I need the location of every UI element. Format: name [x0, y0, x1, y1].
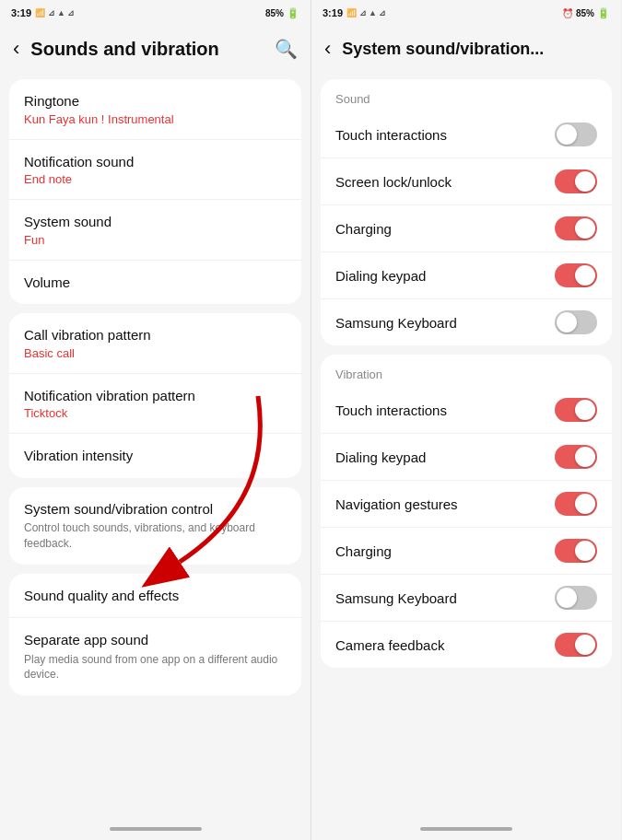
vib-camera-knob: [575, 635, 595, 655]
right-sound-charging[interactable]: Charging: [321, 205, 612, 252]
ringtone-subtitle: Kun Faya kun ! Instrumental: [24, 112, 287, 126]
left-content: Ringtone Kun Faya kun ! Instrumental Not…: [0, 72, 311, 818]
right-vib-dialing[interactable]: Dialing keypad: [321, 434, 612, 481]
right-battery-pct: 85%: [576, 8, 594, 18]
left-status-bar: 3:19 📶 ⊿ ▲ ⊿ 85% 🔋: [0, 0, 311, 26]
right-sound-dialing[interactable]: Dialing keypad: [321, 252, 612, 299]
left-item-volume[interactable]: Volume: [9, 261, 301, 305]
sound-screen-lock-label: Screen lock/unlock: [335, 174, 452, 190]
vib-charging-label: Charging: [335, 543, 392, 559]
left-item-system-control[interactable]: System sound/vibration control Control t…: [9, 487, 301, 565]
left-nav-pill: [110, 827, 202, 831]
right-vib-camera[interactable]: Camera feedback: [321, 622, 612, 668]
left-item-ringtone[interactable]: Ringtone Kun Faya kun ! Instrumental: [9, 79, 301, 140]
sound-dialing-label: Dialing keypad: [335, 268, 426, 284]
sound-quality-title: Sound quality and effects: [24, 587, 287, 605]
ringtone-title: Ringtone: [24, 92, 287, 111]
left-item-separate-app[interactable]: Separate app sound Play media sound from…: [9, 618, 301, 695]
right-sound-screen-lock[interactable]: Screen lock/unlock: [321, 158, 612, 205]
sound-keyboard-knob: [557, 312, 577, 332]
right-nav-bar: [311, 818, 621, 840]
sound-screen-lock-toggle[interactable]: [555, 169, 597, 193]
right-sound-touch[interactable]: Touch interactions: [321, 111, 612, 158]
left-nav-bar: [0, 818, 311, 840]
left-search-icon[interactable]: 🔍: [271, 34, 301, 64]
sound-touch-toggle[interactable]: [555, 122, 597, 146]
vib-nav-knob: [575, 494, 595, 514]
sound-screen-lock-knob: [575, 171, 595, 192]
right-top-bar: ‹ System sound/vibration...: [311, 26, 621, 72]
right-time: 3:19: [323, 7, 343, 18]
left-page-title: Sounds and vibration: [30, 39, 264, 60]
vib-camera-label: Camera feedback: [335, 637, 444, 653]
vib-camera-toggle[interactable]: [555, 633, 597, 657]
left-group-3: System sound/vibration control Control t…: [9, 487, 301, 565]
left-status-left: 3:19 📶 ⊿ ▲ ⊿: [11, 7, 75, 18]
sound-keyboard-toggle[interactable]: [555, 310, 597, 334]
left-status-right: 85% 🔋: [265, 7, 299, 19]
right-alarm-icon: ⏰: [562, 8, 573, 18]
sound-dialing-toggle[interactable]: [555, 263, 597, 287]
right-sound-keyboard[interactable]: Samsung Keyboard: [321, 299, 612, 345]
left-item-vibration-intensity[interactable]: Vibration intensity: [9, 434, 301, 478]
left-item-call-vibration[interactable]: Call vibration pattern Basic call: [9, 313, 301, 374]
right-battery-icon: 🔋: [597, 7, 610, 19]
right-back-button[interactable]: ‹: [321, 35, 334, 63]
right-content: Sound Touch interactions Screen lock/unl…: [311, 72, 621, 818]
vib-charging-knob: [575, 541, 595, 561]
left-group-4: Sound quality and effects Separate app s…: [9, 574, 301, 696]
vib-keyboard-toggle[interactable]: [555, 586, 597, 610]
system-control-title: System sound/vibration control: [24, 500, 287, 519]
notification-vibration-title: Notification vibration pattern: [24, 387, 287, 405]
left-battery-pct: 85%: [265, 8, 284, 18]
right-vib-touch[interactable]: Touch interactions: [321, 387, 612, 434]
left-top-bar: ‹ Sounds and vibration 🔍: [0, 26, 311, 72]
sound-touch-knob: [557, 124, 577, 145]
system-sound-title: System sound: [24, 213, 287, 231]
vib-touch-knob: [575, 400, 595, 420]
left-item-notification-sound[interactable]: Notification sound End note: [9, 140, 301, 201]
left-time: 3:19: [11, 7, 31, 18]
notification-vibration-subtitle: Ticktock: [24, 406, 287, 420]
right-nav-pill: [420, 827, 512, 831]
sound-keyboard-label: Samsung Keyboard: [335, 315, 457, 331]
sound-charging-knob: [575, 218, 595, 239]
system-sound-subtitle: Fun: [24, 233, 287, 247]
right-status-left: 3:19 📶 ⊿ ▲ ⊿: [323, 7, 386, 18]
vib-touch-label: Touch interactions: [335, 402, 447, 418]
vib-dialing-toggle[interactable]: [555, 445, 597, 469]
sound-section-label: Sound: [321, 79, 612, 111]
right-vib-keyboard[interactable]: Samsung Keyboard: [321, 575, 612, 622]
separate-app-desc: Play media sound from one app on a diffe…: [24, 652, 287, 683]
sound-charging-label: Charging: [335, 221, 392, 237]
vib-keyboard-knob: [557, 588, 577, 608]
left-item-system-sound[interactable]: System sound Fun: [9, 200, 301, 261]
system-control-desc: Control touch sounds, vibrations, and ke…: [24, 520, 287, 552]
vib-keyboard-label: Samsung Keyboard: [335, 590, 457, 606]
separate-app-title: Separate app sound: [24, 631, 287, 649]
volume-title: Volume: [24, 274, 287, 292]
sound-dialing-knob: [575, 265, 595, 286]
right-sound-section: Sound Touch interactions Screen lock/unl…: [321, 79, 612, 345]
vib-charging-toggle[interactable]: [555, 539, 597, 563]
left-battery-icon: 🔋: [287, 7, 299, 19]
left-back-button[interactable]: ‹: [9, 35, 23, 63]
right-vibration-section: Vibration Touch interactions Dialing key…: [321, 355, 612, 668]
right-page-title: System sound/vibration...: [342, 40, 612, 59]
sound-touch-label: Touch interactions: [335, 127, 447, 143]
vib-nav-toggle[interactable]: [555, 492, 597, 516]
right-vib-charging[interactable]: Charging: [321, 528, 612, 575]
right-signal-icons: 📶 ⊿ ▲ ⊿: [346, 8, 386, 18]
right-vib-nav[interactable]: Navigation gestures: [321, 481, 612, 528]
right-status-bar: 3:19 📶 ⊿ ▲ ⊿ ⏰ 85% 🔋: [311, 0, 621, 26]
vibration-section-label: Vibration: [321, 355, 612, 387]
left-item-notification-vibration[interactable]: Notification vibration pattern Ticktock: [9, 374, 301, 435]
call-vibration-subtitle: Basic call: [24, 346, 287, 360]
left-signal-icons: 📶 ⊿ ▲ ⊿: [35, 8, 75, 18]
vib-touch-toggle[interactable]: [555, 398, 597, 422]
left-item-sound-quality[interactable]: Sound quality and effects: [9, 574, 301, 619]
vib-nav-label: Navigation gestures: [335, 496, 458, 512]
vib-dialing-label: Dialing keypad: [335, 449, 426, 465]
sound-charging-toggle[interactable]: [555, 216, 597, 240]
notification-sound-title: Notification sound: [24, 153, 287, 171]
